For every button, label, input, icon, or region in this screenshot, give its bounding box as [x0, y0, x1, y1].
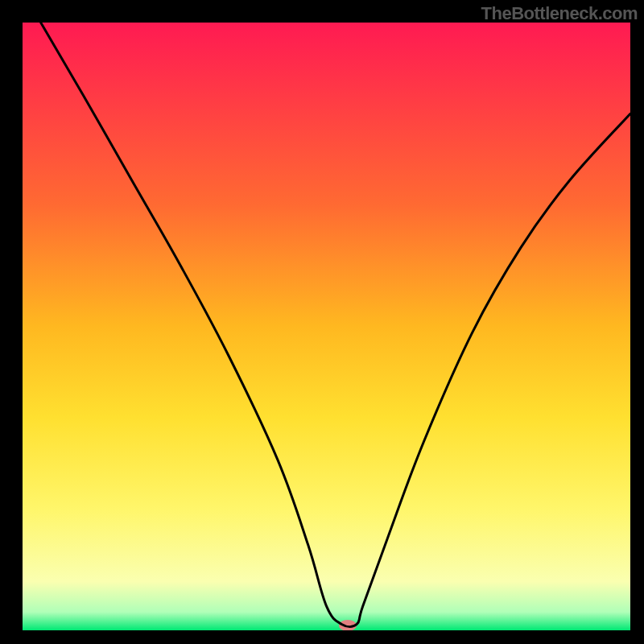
chart-svg	[23, 23, 630, 630]
attribution-watermark: TheBottleneck.com	[481, 3, 638, 24]
chart-container: TheBottleneck.com	[0, 0, 644, 644]
gradient-background	[23, 23, 630, 630]
plot-area	[23, 23, 630, 630]
